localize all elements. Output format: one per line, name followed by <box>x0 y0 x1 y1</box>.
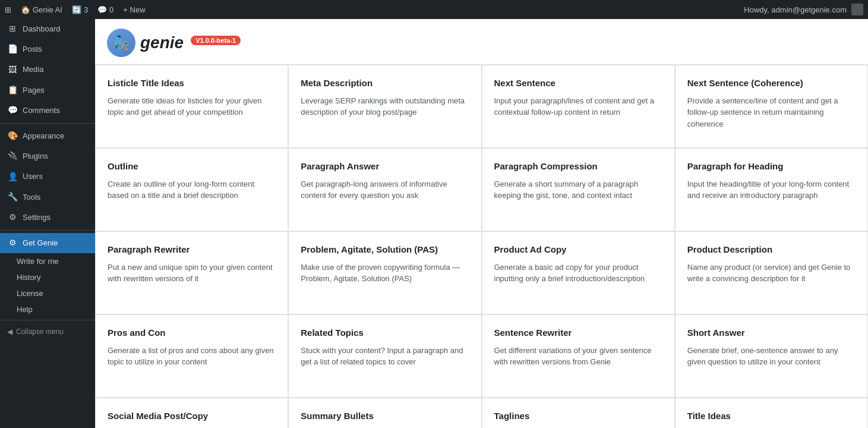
sidebar-item-label: Dashboard <box>23 24 61 34</box>
sidebar-item-label: Posts <box>23 44 42 55</box>
sidebar-divider-1 <box>0 123 95 124</box>
comments-sidebar-icon: 💬 <box>7 105 18 116</box>
admin-bar: ⊞ 🏠 Genie AI 🔄 3 💬 0 + New Howdy, admin@… <box>0 0 868 19</box>
card-title: Paragraph Rewriter <box>108 244 276 256</box>
card-paragraph-rewriter[interactable]: Paragraph Rewriter Put a new and unique … <box>95 231 288 314</box>
card-desc: Get different variations of your given s… <box>494 345 662 368</box>
card-desc: Get paragraph-long answers of informativ… <box>301 178 469 202</box>
card-title: Paragraph for Heading <box>687 160 856 172</box>
sidebar: ⊞ Dashboard 📄 Posts 🖼 Media 📋 Pages 💬 Co… <box>0 19 95 428</box>
sidebar-item-tools[interactable]: 🔧 Tools <box>0 187 95 207</box>
comments-count[interactable]: 💬 0 <box>97 5 113 14</box>
wp-icon: ⊞ <box>5 5 11 14</box>
card-desc: Generate brief, one-sentence answer to a… <box>687 345 856 368</box>
card-pros-and-con[interactable]: Pros and Con Generate a list of pros and… <box>95 314 288 398</box>
card-desc: Input your paragraph/lines of content an… <box>494 95 662 118</box>
card-related-topics[interactable]: Related Topics Stuck with your content? … <box>288 314 481 398</box>
sidebar-sub-history[interactable]: History <box>0 269 95 285</box>
card-outline[interactable]: Outline Create an outline of your long-f… <box>95 148 288 231</box>
card-product-description[interactable]: Product Description Name any product (or… <box>675 231 868 314</box>
card-title: Meta Description <box>301 77 469 89</box>
card-desc: Generate a list of pros and cons about a… <box>108 345 276 368</box>
history-label: History <box>17 273 40 282</box>
sidebar-item-comments[interactable]: 💬 Comments <box>0 100 95 121</box>
sidebar-item-label: Plugins <box>23 151 48 162</box>
version-badge: V1.0.0-beta-1 <box>191 36 241 45</box>
sidebar-item-label: Settings <box>23 212 50 223</box>
card-title: Related Topics <box>301 327 469 339</box>
sidebar-item-settings[interactable]: ⚙ Settings <box>0 207 95 228</box>
card-paragraph-for-heading[interactable]: Paragraph for Heading Input the heading/… <box>675 148 868 231</box>
card-taglines[interactable]: Taglines Get genie to write taglines for… <box>482 398 675 428</box>
sidebar-item-label: Pages <box>23 85 45 96</box>
card-meta-description[interactable]: Meta Description Leverage SERP rankings … <box>288 65 481 148</box>
card-sentence-rewriter[interactable]: Sentence Rewriter Get different variatio… <box>482 314 675 398</box>
sidebar-divider-2 <box>0 230 95 231</box>
card-desc: Name any product (or service) and get Ge… <box>687 262 856 285</box>
sidebar-item-media[interactable]: 🖼 Media <box>0 59 95 80</box>
sidebar-sub-license[interactable]: License <box>0 285 95 301</box>
card-title: Paragraph Compression <box>494 160 662 172</box>
card-product-ad-copy[interactable]: Product Ad Copy Generate a basic ad copy… <box>482 231 675 314</box>
genie-logo-text: genie <box>140 33 184 52</box>
card-pas[interactable]: Problem, Agitate, Solution (PAS) Make us… <box>288 231 481 314</box>
card-desc: Stuck with your content? Input a paragra… <box>301 345 469 368</box>
posts-icon: 📄 <box>7 44 18 55</box>
license-label: License <box>17 289 43 298</box>
sidebar-divider-3 <box>0 320 95 320</box>
avatar[interactable] <box>851 4 863 15</box>
updates-icon: 🔄 <box>72 5 81 14</box>
card-title: Title Ideas <box>687 410 856 422</box>
wp-logo[interactable]: ⊞ <box>5 5 11 14</box>
card-next-sentence[interactable]: Next Sentence Input your paragraph/lines… <box>482 65 675 148</box>
card-title: Summary Bullets <box>301 410 469 422</box>
card-paragraph-compression[interactable]: Paragraph Compression Generate a short s… <box>482 148 675 231</box>
media-icon: 🖼 <box>7 64 18 75</box>
card-social-media-post[interactable]: Social Media Post/Copy Write copies for … <box>95 398 288 428</box>
updates-count[interactable]: 🔄 3 <box>72 5 88 14</box>
greeting-text: Howdy, admin@getgenie.com <box>744 5 847 14</box>
genie-logo: 🧞 genie V1.0.0-beta-1 <box>107 29 241 57</box>
sidebar-sub-help[interactable]: Help <box>0 301 95 317</box>
sidebar-item-get-genie[interactable]: ⚙ Get Genie <box>0 233 95 253</box>
card-title: Social Media Post/Copy <box>108 410 276 422</box>
site-home-icon: 🏠 <box>21 5 30 14</box>
sidebar-item-users[interactable]: 👤 Users <box>0 166 95 187</box>
site-name[interactable]: 🏠 Genie AI <box>21 5 62 14</box>
card-summary-bullets[interactable]: Summary Bullets Get a bulleted list of s… <box>288 398 481 428</box>
sidebar-item-dashboard[interactable]: ⊞ Dashboard <box>0 19 95 39</box>
sidebar-item-label: Comments <box>23 105 60 116</box>
sidebar-item-appearance[interactable]: 🎨 Appearance <box>0 126 95 146</box>
help-label: Help <box>17 305 33 314</box>
card-title: Next Sentence <box>494 77 662 89</box>
card-desc: Leverage SERP rankings with outstanding … <box>301 95 469 118</box>
card-paragraph-answer[interactable]: Paragraph Answer Get paragraph-long answ… <box>288 148 481 231</box>
new-item-button[interactable]: + New <box>123 5 145 14</box>
card-title: Next Sentence (Coherence) <box>687 77 856 89</box>
sidebar-item-posts[interactable]: 📄 Posts <box>0 39 95 59</box>
sidebar-item-pages[interactable]: 📋 Pages <box>0 80 95 100</box>
appearance-icon: 🎨 <box>7 131 18 141</box>
sidebar-item-plugins[interactable]: 🔌 Plugins <box>0 146 95 166</box>
card-desc: Create an outline of your long-form cont… <box>108 178 276 202</box>
collapse-menu-button[interactable]: ◀ Collapse menu <box>0 323 95 341</box>
collapse-arrow-icon: ◀ <box>7 328 12 336</box>
admin-bar-right: Howdy, admin@getgenie.com <box>744 4 863 15</box>
tools-icon: 🔧 <box>7 192 18 203</box>
sidebar-item-label: Get Genie <box>23 238 58 248</box>
pages-icon: 📋 <box>7 85 18 96</box>
card-short-answer[interactable]: Short Answer Generate brief, one-sentenc… <box>675 314 868 398</box>
card-next-sentence-coherence[interactable]: Next Sentence (Coherence) Provide a sent… <box>675 65 868 148</box>
sidebar-item-label: Tools <box>23 192 40 203</box>
sidebar-sub-write-for-me[interactable]: Write for me <box>0 253 95 269</box>
write-for-me-label: Write for me <box>17 257 59 266</box>
users-icon: 👤 <box>7 171 18 182</box>
card-title: Taglines <box>494 410 662 422</box>
card-title-ideas[interactable]: Title Ideas Get multiple title ideas off… <box>675 398 868 428</box>
card-title: Pros and Con <box>108 327 276 339</box>
card-title: Paragraph Answer <box>301 160 469 172</box>
card-listicle-title-ideas[interactable]: Listicle Title Ideas Generate title idea… <box>95 65 288 148</box>
card-desc: Generate a basic ad copy for your produc… <box>494 262 662 285</box>
card-title: Outline <box>108 160 276 172</box>
card-desc: Generate a short summary of a paragraph … <box>494 178 662 202</box>
